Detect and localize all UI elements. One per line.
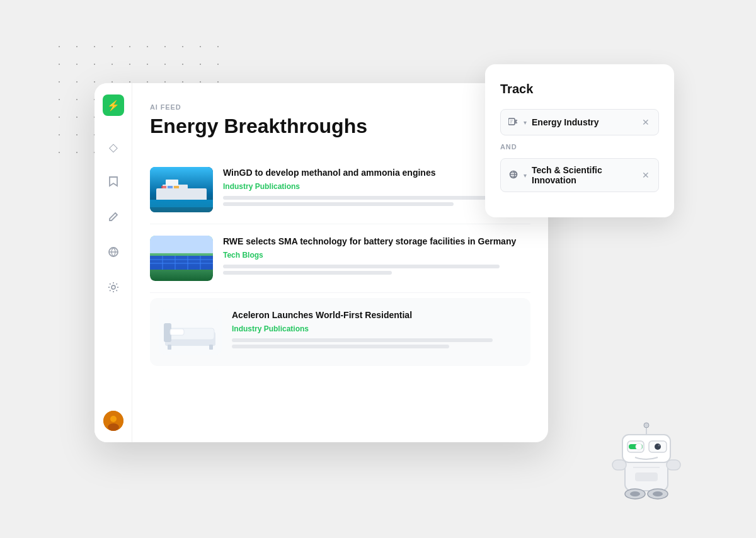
svg-point-34 — [644, 423, 649, 428]
svg-rect-41 — [612, 460, 626, 470]
sidebar-item-edit[interactable] — [105, 209, 122, 227]
news-item-1[interactable]: WinGD to develop methanol and ammonia en… — [150, 156, 530, 224]
settings-icon — [108, 282, 119, 296]
news-text-1: WinGD to develop methanol and ammonia en… — [223, 167, 530, 212]
news-bar-3a — [232, 338, 493, 342]
svg-point-40 — [658, 445, 660, 447]
scene-container: ⚡ ◇ — [94, 64, 662, 474]
svg-rect-11 — [174, 186, 179, 191]
news-thumb-ship — [150, 167, 213, 212]
track-tag-energy-remove[interactable]: ✕ — [641, 116, 651, 129]
svg-point-47 — [630, 491, 640, 496]
bookmark-icon — [108, 176, 118, 190]
news-item-2[interactable]: RWE selects SMA technology for battery s… — [150, 224, 530, 293]
track-tag-energy-label: Energy Industry — [532, 117, 636, 127]
svg-point-1 — [112, 285, 115, 289]
page-title: Energy Breakthroughs — [150, 115, 530, 138]
sidebar-item-settings[interactable] — [105, 280, 122, 297]
news-title-3: Aceleron Launches World-First Residentia… — [232, 309, 522, 322]
track-tag-tech-icon — [508, 169, 518, 181]
news-text-3: Aceleron Launches World-First Residentia… — [232, 309, 522, 355]
svg-rect-10 — [168, 186, 173, 191]
sidebar-item-globe[interactable] — [105, 244, 122, 262]
svg-point-3 — [110, 416, 117, 422]
news-bar-2a — [223, 265, 500, 268]
svg-rect-14 — [150, 236, 213, 253]
svg-point-37 — [636, 444, 642, 450]
track-title: Track — [500, 82, 659, 96]
logo-icon: ⚡ — [107, 100, 120, 112]
user-avatar[interactable] — [103, 411, 123, 431]
svg-rect-28 — [209, 345, 213, 350]
news-text-2: RWE selects SMA technology for battery s… — [223, 236, 530, 281]
svg-rect-42 — [667, 460, 680, 470]
svg-rect-44 — [635, 472, 658, 481]
svg-point-39 — [655, 444, 661, 450]
svg-rect-12 — [150, 200, 213, 212]
news-source-1: Industry Publications — [223, 182, 530, 191]
edit-icon — [108, 212, 118, 225]
app-card: ⚡ ◇ — [94, 83, 548, 442]
news-source-3: Industry Publications — [232, 324, 522, 333]
news-title-2: RWE selects SMA technology for battery s… — [223, 236, 530, 248]
track-tag-tech-label: Tech & Scientific Innovation — [532, 165, 636, 185]
news-bar-1b — [223, 202, 454, 206]
ai-feed-label: AI FEED — [150, 103, 530, 111]
news-list: WinGD to develop methanol and ammonia en… — [150, 156, 530, 366]
news-item-3[interactable]: Aceleron Launches World-First Residentia… — [150, 298, 530, 366]
news-bar-2b — [223, 271, 392, 275]
svg-rect-26 — [170, 329, 184, 335]
svg-rect-27 — [168, 345, 171, 350]
track-tag-tech-remove[interactable]: ✕ — [641, 169, 651, 181]
track-and-label: AND — [500, 143, 659, 151]
svg-rect-6 — [158, 191, 205, 200]
sidebar-item-saved[interactable] — [105, 174, 122, 192]
news-thumb-solar — [150, 236, 213, 281]
diamond-icon: ◇ — [109, 140, 118, 154]
svg-rect-15 — [150, 256, 213, 270]
track-tag-energy-chevron: ▾ — [524, 119, 527, 126]
track-panel: Track ▾ Energy Industry ✕ AND — [485, 64, 674, 217]
sidebar-logo[interactable]: ⚡ — [103, 94, 124, 116]
track-tag-energy[interactable]: ▾ Energy Industry ✕ — [500, 109, 659, 135]
news-thumb-bed — [159, 309, 222, 355]
track-tag-tech[interactable]: ▾ Tech & Scientific Innovation ✕ — [500, 158, 659, 192]
robot-illustration — [598, 411, 699, 512]
svg-rect-9 — [161, 186, 166, 191]
svg-rect-5 — [150, 167, 213, 212]
news-bar-1a — [223, 196, 500, 200]
svg-rect-8 — [166, 180, 178, 186]
sidebar: ⚡ ◇ — [94, 83, 132, 442]
svg-point-4 — [108, 423, 119, 431]
track-tag-energy-icon — [508, 117, 518, 128]
news-source-2: Tech Blogs — [223, 251, 530, 260]
news-title-1: WinGD to develop methanol and ammonia en… — [223, 167, 530, 180]
sidebar-item-discover[interactable]: ◇ — [105, 139, 122, 156]
svg-point-48 — [653, 491, 663, 496]
track-tag-tech-chevron: ▾ — [524, 172, 527, 179]
globe-icon — [108, 246, 119, 261]
news-bar-3b — [232, 345, 449, 348]
